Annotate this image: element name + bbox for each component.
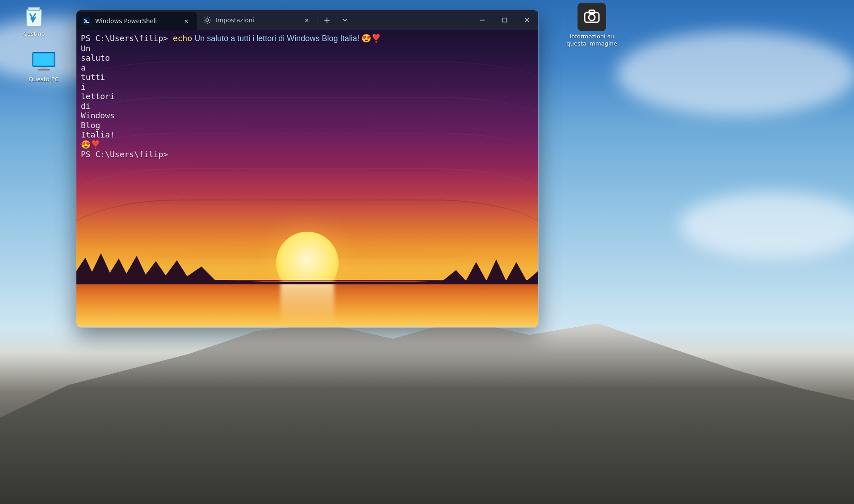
powershell-icon — [83, 17, 91, 25]
output-line: lettori — [81, 92, 115, 101]
command-args: Un saluto a tutti i lettori di Windows B… — [192, 34, 381, 43]
recycle-bin-icon — [21, 4, 46, 29]
svg-point-10 — [206, 19, 209, 21]
close-icon — [305, 17, 309, 24]
tab-label: Windows PowerShell — [95, 17, 176, 25]
desktop-icon-label: Informazioni su questa immagine — [561, 33, 623, 48]
new-tab-button[interactable] — [318, 10, 336, 30]
output-line: di — [81, 101, 91, 111]
window-maximize-button[interactable] — [494, 10, 516, 30]
svg-rect-1 — [28, 7, 40, 11]
title-bar[interactable]: Windows PowerShell Impostazioni — [76, 10, 538, 30]
output-line: i — [81, 82, 86, 92]
output-line: Blog — [81, 121, 100, 130]
tab-dropdown-button[interactable] — [336, 10, 354, 30]
desktop-icon-recycle-bin[interactable]: Cestino — [13, 4, 55, 37]
svg-rect-3 — [34, 54, 53, 65]
tab-label: Impostazioni — [216, 17, 296, 24]
output-line: saluto — [81, 53, 110, 62]
window-minimize-button[interactable] — [471, 10, 494, 30]
tab-close-button[interactable] — [180, 15, 193, 27]
svg-rect-11 — [503, 18, 507, 22]
tab-settings[interactable]: Impostazioni — [197, 10, 318, 30]
tab-powershell[interactable]: Windows PowerShell — [76, 12, 197, 30]
camera-icon — [578, 3, 606, 31]
close-icon — [524, 17, 530, 23]
prompt: PS C:\Users\filip> — [81, 33, 173, 43]
minimize-icon — [480, 17, 485, 23]
windows-terminal-window: Windows PowerShell Impostazioni — [76, 10, 539, 328]
prompt: PS C:\Users\filip> — [81, 150, 168, 159]
command-name: echo — [173, 33, 192, 43]
window-close-button[interactable] — [516, 10, 538, 30]
terminal-pane[interactable]: PS C:\Users\filip> echo Un saluto a tutt… — [76, 30, 538, 327]
desktop-icon-label: Cestino — [13, 30, 55, 37]
output-line: Un — [81, 44, 91, 53]
titlebar-drag-region[interactable] — [354, 10, 471, 30]
desktop: Cestino Questo PC Informazioni su questa… — [0, 0, 854, 504]
close-icon — [184, 17, 188, 25]
output-line: 😍❣️ — [81, 140, 100, 149]
gear-icon — [203, 16, 211, 24]
tab-close-button[interactable] — [301, 14, 313, 26]
svg-rect-4 — [41, 67, 47, 69]
desktop-icon-this-pc[interactable]: Questo PC — [22, 49, 65, 83]
output-line: tutti — [81, 72, 105, 82]
plus-icon — [323, 16, 330, 25]
output-line: Windows — [81, 111, 115, 120]
wallpaper-cloud — [679, 192, 854, 259]
maximize-icon — [502, 17, 507, 23]
output-line: Italia! — [81, 130, 115, 139]
desktop-icon-image-info[interactable]: Informazioni su questa immagine — [561, 3, 623, 48]
svg-point-8 — [589, 14, 595, 21]
wallpaper-cloud — [616, 31, 854, 116]
desktop-icon-label: Questo PC — [22, 76, 65, 83]
terminal-output: PS C:\Users\filip> echo Un saluto a tutt… — [81, 33, 534, 159]
monitor-icon — [31, 49, 56, 74]
chevron-down-icon — [342, 17, 347, 23]
svg-rect-5 — [38, 69, 50, 71]
output-line: a — [81, 63, 86, 72]
